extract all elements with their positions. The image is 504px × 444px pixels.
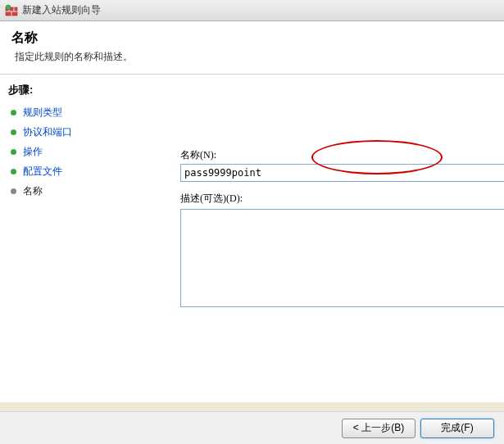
step-rule-type[interactable]: 规则类型 <box>8 106 139 120</box>
bullet-icon <box>11 129 16 135</box>
step-protocol-port[interactable]: 协议和端口 <box>8 125 139 139</box>
page-title: 名称 <box>11 29 493 47</box>
step-label: 规则类型 <box>23 106 62 120</box>
step-profile[interactable]: 配置文件 <box>8 165 139 179</box>
page-subtitle: 指定此规则的名称和描述。 <box>15 50 493 64</box>
step-label: 名称 <box>23 184 43 198</box>
window-title: 新建入站规则向导 <box>22 3 101 17</box>
description-label: 描述(可选)(D): <box>180 192 504 206</box>
step-label: 配置文件 <box>23 165 62 179</box>
steps-heading: 步骤: <box>8 83 139 97</box>
main-content: 名称(N): 描述(可选)(D): <box>148 75 504 402</box>
titlebar: 新建入站规则向导 <box>0 0 504 21</box>
name-field-group: 名称(N): <box>180 148 504 182</box>
step-name[interactable]: 名称 <box>8 184 139 198</box>
name-input[interactable] <box>180 164 504 182</box>
wizard-body: 步骤: 规则类型 协议和端口 操作 配置文件 名称 名称(N): 描述(可选) <box>0 75 504 402</box>
bullet-icon <box>11 149 16 155</box>
step-action[interactable]: 操作 <box>8 145 139 159</box>
bullet-icon <box>11 110 16 116</box>
svg-point-5 <box>6 5 11 10</box>
description-textarea[interactable] <box>180 209 504 307</box>
step-label: 协议和端口 <box>23 125 72 139</box>
steps-sidebar: 步骤: 规则类型 协议和端口 操作 配置文件 名称 <box>0 75 148 402</box>
wizard-header: 名称 指定此规则的名称和描述。 <box>0 21 504 75</box>
description-field-group: 描述(可选)(D): <box>180 192 504 310</box>
wizard-footer: < 上一步(B) 完成(F) <box>0 411 504 444</box>
step-label: 操作 <box>23 145 43 159</box>
firewall-icon <box>5 4 18 17</box>
name-label: 名称(N): <box>180 148 504 162</box>
back-button[interactable]: < 上一步(B) <box>342 419 415 438</box>
finish-button[interactable]: 完成(F) <box>420 419 494 438</box>
bullet-icon <box>11 169 16 174</box>
bullet-icon <box>11 188 16 194</box>
